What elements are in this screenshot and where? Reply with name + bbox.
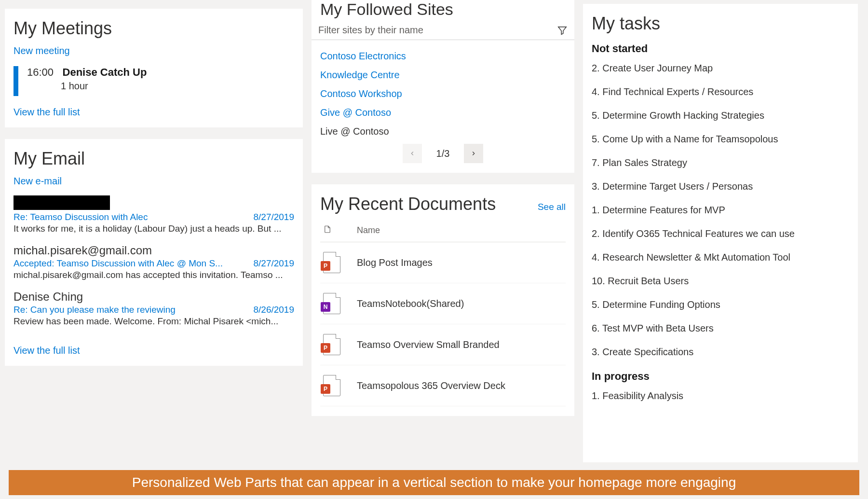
email-subject: Accepted: Teamso Discussion with Alec @ … [14, 258, 223, 269]
chevron-right-icon [470, 150, 477, 157]
followed-sites-title: My Followed Sites [312, 0, 574, 21]
pager-prev-button[interactable] [403, 144, 422, 163]
filter-icon[interactable] [557, 25, 568, 36]
task-item[interactable]: 4. Find Technical Experts / Resources [592, 86, 849, 97]
info-banner: Personalized Web Parts that can appear i… [9, 470, 859, 495]
task-item[interactable]: 2. Create User Journey Map [592, 63, 849, 74]
email-date: 8/27/2019 [253, 212, 294, 222]
task-item[interactable]: 7. Plan Sales Strategy [592, 157, 849, 168]
meeting-name: Denise Catch Up [63, 66, 147, 78]
powerpoint-icon: P [323, 334, 340, 355]
doc-name: Teamsopolous 365 Overview Deck [357, 380, 505, 391]
task-item[interactable]: 5. Come Up with a Name for Teamsopolous [592, 134, 849, 145]
docs-column-header: Name [320, 219, 566, 242]
doc-row[interactable]: PTeamsopolous 365 Overview Deck [320, 365, 566, 406]
email-preview: It works for me, it is a holiday (Labour… [14, 223, 294, 234]
email-view-all-link[interactable]: View the full list [14, 345, 80, 356]
doc-row[interactable]: NTeamsNotebook(Shared) [320, 283, 566, 324]
doc-name: Blog Post Images [357, 257, 433, 268]
doc-name: TeamsNotebook(Shared) [357, 298, 464, 309]
email-item[interactable]: michal.pisarek@gmail.comAccepted: Teamso… [14, 244, 294, 280]
task-item[interactable]: 2. Identify O365 Technical Features we c… [592, 228, 849, 239]
meeting-accent-bar [14, 66, 18, 96]
email-title: My Email [14, 149, 294, 169]
pager-next-button[interactable] [464, 144, 483, 163]
meetings-view-all-link[interactable]: View the full list [14, 107, 80, 117]
new-email-link[interactable]: New e-mail [14, 176, 62, 186]
site-link[interactable]: Give @ Contoso [320, 103, 566, 122]
email-from: Denise Ching [14, 290, 294, 304]
docs-see-all-link[interactable]: See all [538, 202, 566, 212]
task-item[interactable]: 5. Determine Funding Options [592, 299, 849, 310]
email-date: 8/27/2019 [253, 258, 294, 269]
email-subject: Re: Can you please make the reviewing [14, 305, 176, 315]
email-subject: Re: Teamso Discussion with Alec [14, 212, 148, 222]
meetings-card: My Meetings New meeting 16:00 Denise Cat… [5, 9, 303, 127]
redacted-sender [14, 195, 110, 210]
meetings-title: My Meetings [14, 18, 294, 39]
pager-text: 1/3 [436, 148, 450, 159]
task-item[interactable]: 6. Test MVP with Beta Users [592, 323, 849, 334]
task-item[interactable]: 3. Create Specifications [592, 347, 849, 358]
email-preview: michal.pisarek@gmail.com has accepted th… [14, 270, 294, 280]
task-item[interactable]: 1. Determine Features for MVP [592, 205, 849, 216]
task-item[interactable]: 4. Research Newsletter & Mkt Automation … [592, 252, 849, 263]
task-item[interactable]: 1. Feasibility Analysis [592, 390, 849, 402]
powerpoint-icon: P [323, 252, 340, 273]
docs-name-header: Name [357, 225, 380, 236]
file-icon [323, 224, 332, 235]
tasks-card: My tasks Not started2. Create User Journ… [583, 4, 858, 462]
email-preview: Review has been made. Welcome. From: Mic… [14, 316, 294, 327]
task-item[interactable]: 3. Determine Target Users / Personas [592, 181, 849, 192]
new-meeting-link[interactable]: New meeting [14, 45, 70, 56]
task-item[interactable]: 5. Determine Growth Hacking Strategies [592, 110, 849, 121]
task-group-header: Not started [592, 42, 849, 55]
email-item[interactable]: Re: Teamso Discussion with Alec8/27/2019… [14, 195, 294, 234]
site-link[interactable]: Live @ Contoso [320, 122, 566, 141]
site-link[interactable]: Knowledge Centre [320, 66, 566, 84]
doc-name: Teamso Overview Small Branded [357, 339, 500, 350]
doc-row[interactable]: PBlog Post Images [320, 242, 566, 283]
site-link[interactable]: Contoso Workshop [320, 84, 566, 103]
chevron-left-icon [409, 150, 416, 157]
email-from: michal.pisarek@gmail.com [14, 244, 294, 257]
task-item[interactable]: 10. Recruit Beta Users [592, 276, 849, 287]
meeting-item[interactable]: 16:00 Denise Catch Up 1 hour [14, 66, 294, 96]
doc-row[interactable]: PTeamso Overview Small Branded [320, 324, 566, 365]
email-item[interactable]: Denise ChingRe: Can you please make the … [14, 290, 294, 327]
site-link[interactable]: Contoso Electronics [320, 47, 566, 66]
email-date: 8/26/2019 [253, 305, 294, 315]
onenote-icon: N [323, 293, 340, 314]
tasks-title: My tasks [592, 14, 849, 34]
followed-sites-card: My Followed Sites Contoso ElectronicsKno… [312, 0, 574, 173]
meeting-duration: 1 hour [61, 81, 147, 92]
recent-docs-card: My Recent Documents See all Name PBlog P… [312, 184, 574, 416]
task-group-header: In progress [592, 370, 849, 383]
recent-docs-title: My Recent Documents [320, 194, 496, 214]
sites-filter-input[interactable] [318, 25, 557, 36]
meeting-time: 16:00 [27, 66, 54, 78]
email-card: My Email New e-mail Re: Teamso Discussio… [5, 139, 303, 366]
powerpoint-icon: P [323, 375, 340, 396]
